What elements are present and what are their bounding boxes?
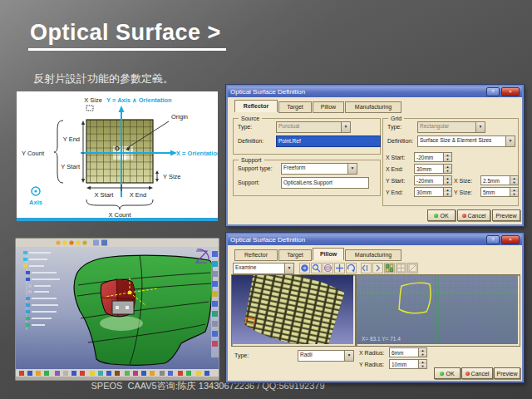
tab-reflector[interactable]: Reflector — [234, 100, 278, 112]
x-radius-label: X Radius: — [359, 349, 384, 357]
tab-manufacturing[interactable]: Manufacturing — [345, 101, 401, 113]
spin-down-icon[interactable]: ▼ — [419, 364, 426, 368]
x-end-spinner[interactable]: 30mm ▲▼ — [414, 164, 452, 174]
y-end-spinner[interactable]: 30mm ▲▼ — [414, 187, 452, 197]
grid-type-label: Type: — [387, 123, 401, 131]
catia-right-toolbar[interactable] — [211, 249, 219, 357]
cancel-icon — [466, 372, 470, 376]
pillow-dialog: Optical Surface Definition ? × Reflector… — [226, 233, 524, 382]
origin-label: Origin — [171, 113, 188, 121]
ok-button[interactable]: OK — [434, 367, 461, 379]
next-view-icon[interactable] — [372, 263, 383, 273]
spin-down-icon[interactable]: ▼ — [510, 192, 518, 196]
dropdown-arrow-icon[interactable]: ▼ — [347, 164, 357, 174]
source-type-dropdown[interactable]: Punctual ▼ — [276, 121, 351, 133]
tab-pillow[interactable]: Pillow — [313, 248, 344, 260]
panel-bottom-accent — [17, 218, 218, 221]
axis-icon — [32, 187, 40, 195]
y-radius-label: Y Radius: — [359, 361, 384, 368]
subtitle: 反射片設計功能的參數定義。 — [33, 71, 174, 86]
parameter-diagram: X Size Origin Y End Y Start Y Count X St… — [17, 91, 218, 221]
tab-manufacturing[interactable]: Manufacturing — [345, 249, 401, 261]
spin-down-icon[interactable]: ▼ — [444, 157, 451, 161]
reflector-dialog: Optical Surface Definition ? × Reflector… — [226, 85, 524, 226]
dropdown-arrow-icon[interactable]: ▼ — [505, 136, 515, 146]
x-radius-spinner[interactable]: 6mm ▲▼ — [389, 347, 427, 357]
y-size-label: Y Size: — [454, 189, 472, 196]
tab-target[interactable]: Target — [278, 101, 312, 113]
support-type-label: Support type: — [238, 165, 273, 172]
source-definition-field[interactable]: Point.Ref — [276, 135, 381, 147]
help-button[interactable]: ? — [486, 87, 500, 96]
reflector-dialog-titlebar[interactable]: Optical Surface Definition ? × — [228, 86, 522, 97]
grid-viewport[interactable]: X= 83.1 Y= 71.4 — [356, 274, 520, 347]
support-type-dropdown[interactable]: Freeform ▼ — [281, 163, 357, 175]
grid-type-dropdown[interactable]: Rectangular ▼ — [417, 121, 485, 133]
y-end-label: Y End — [63, 135, 80, 143]
zoom-icon[interactable] — [311, 263, 322, 273]
close-button[interactable]: × — [501, 87, 520, 96]
type-dropdown[interactable]: Radii ▼ — [298, 350, 354, 362]
tab-reflector[interactable]: Reflector — [234, 249, 278, 261]
axis-label: Axis — [29, 199, 42, 206]
fit-all-icon[interactable] — [361, 263, 372, 273]
pan-icon[interactable] — [334, 263, 345, 273]
y-size-label: Y Size — [163, 173, 181, 180]
dropdown-arrow-icon[interactable]: ▼ — [475, 122, 485, 132]
catia-bottom-toolbar[interactable] — [16, 369, 219, 377]
catia-top-toolbar[interactable] — [16, 239, 219, 247]
y-start-label: Y Start — [61, 163, 81, 170]
grid-group-label: Grid — [388, 116, 404, 122]
view-settings-icon[interactable] — [299, 263, 310, 273]
sample-grid — [86, 120, 153, 183]
x-start-spinner[interactable]: -20mm ▲▼ — [414, 152, 452, 162]
catia-window — [15, 238, 219, 381]
tab-target[interactable]: Target — [278, 249, 312, 261]
help-button[interactable]: ? — [486, 235, 500, 244]
x-count-label: X Count — [108, 211, 131, 219]
x-size-spinner[interactable]: 2.5mm ▲▼ — [480, 175, 519, 185]
preview-button[interactable]: Preview — [492, 209, 520, 221]
spin-down-icon[interactable]: ▼ — [444, 180, 451, 185]
view-mode-dropdown[interactable]: Examine ▼ — [233, 263, 294, 274]
dropdown-arrow-icon[interactable]: ▼ — [344, 351, 353, 361]
spin-down-icon[interactable]: ▼ — [419, 352, 426, 357]
cancel-button[interactable]: Cancel — [461, 367, 493, 379]
spin-down-icon[interactable]: ▼ — [444, 192, 451, 196]
x-size-label: X Size: — [454, 177, 472, 185]
y-start-spinner[interactable]: -20mm ▲▼ — [414, 175, 452, 185]
ok-icon — [434, 214, 438, 218]
spin-down-icon[interactable]: ▼ — [444, 169, 451, 173]
cancel-button[interactable]: Cancel — [457, 209, 490, 221]
dropdown-arrow-icon[interactable]: ▼ — [341, 122, 350, 132]
grid-definition-dropdown[interactable]: Surface Size & Element Sizes ▼ — [417, 135, 515, 147]
surface-highlight — [100, 316, 143, 331]
x-start-label: X Start — [95, 191, 115, 199]
mesh-viewport[interactable] — [231, 274, 356, 347]
y-radius-spinner[interactable]: 10mm ▲▼ — [389, 359, 427, 369]
spin-down-icon[interactable]: ▼ — [510, 180, 518, 185]
y-size-spinner[interactable]: 5mm ▲▼ — [480, 187, 519, 197]
x-size-label: X Size — [84, 96, 102, 104]
preview-button[interactable]: Preview — [494, 367, 520, 379]
ok-icon — [440, 372, 444, 376]
rotate-icon[interactable] — [346, 263, 357, 273]
ok-button[interactable]: OK — [427, 209, 456, 221]
pillow-dialog-titlebar[interactable]: Optical Surface Definition ? × — [228, 234, 522, 245]
orbit-icon[interactable] — [323, 263, 333, 273]
support-field[interactable]: OpticalLens.Support — [281, 177, 369, 189]
y-start-label: Y Start: — [386, 177, 405, 185]
multi-view-icon[interactable] — [384, 263, 395, 273]
close-button[interactable]: × — [501, 235, 520, 244]
source-type-label: Type: — [238, 123, 252, 131]
dropdown-arrow-icon[interactable]: ▼ — [284, 264, 293, 273]
support-group-label: Support — [239, 157, 264, 164]
grid-definition-label: Definition: — [387, 137, 413, 145]
grid-disabled-icon — [407, 263, 418, 273]
x-end-label: X End — [130, 191, 146, 199]
tab-pillow[interactable]: Pillow — [313, 101, 344, 113]
grid-disabled-icon — [396, 263, 406, 273]
y-orientation-label: Y = Axis ∧ Orientation — [106, 96, 172, 104]
source-group-label: Source — [239, 116, 262, 122]
x-end-label: X End: — [386, 165, 403, 173]
